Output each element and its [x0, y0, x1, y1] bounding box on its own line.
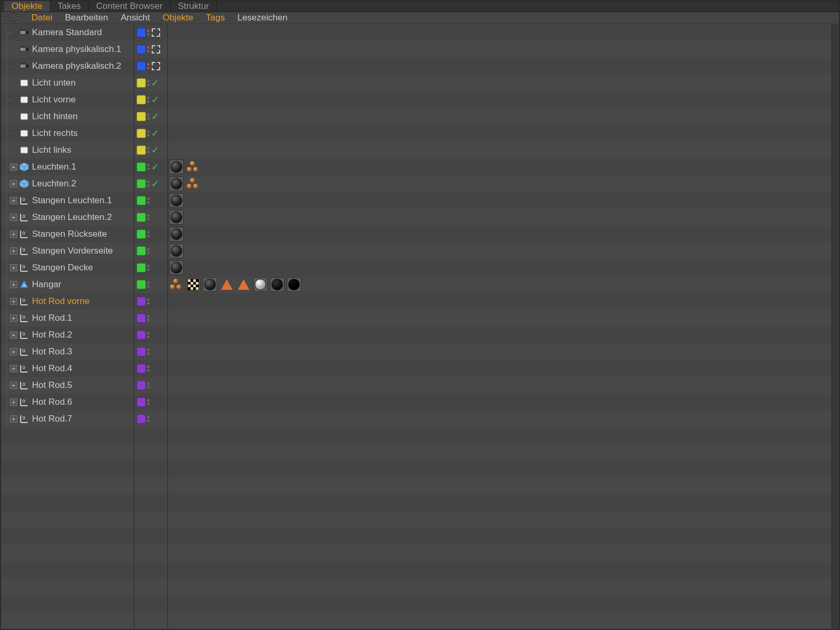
view-mode-icon[interactable] — [7, 13, 18, 23]
visibility-dots[interactable] — [147, 298, 150, 304]
tag-material-icon[interactable] — [169, 244, 184, 258]
layer-color-chip[interactable] — [136, 95, 146, 104]
tag-phong-icon[interactable] — [236, 277, 251, 292]
layer-color-chip[interactable] — [136, 313, 146, 323]
tag-phong-icon[interactable] — [219, 277, 234, 292]
object-label[interactable]: Hangar — [32, 279, 61, 290]
visibility-dots[interactable] — [147, 46, 150, 52]
tag-material-icon[interactable] — [270, 277, 285, 292]
visibility-dots[interactable] — [147, 332, 150, 338]
object-label[interactable]: Hot Rod.5 — [32, 380, 72, 391]
visibility-dots[interactable] — [147, 97, 150, 103]
menu-objekte[interactable]: Objekte — [163, 13, 194, 23]
tree-row[interactable]: Licht links✓ — [1, 142, 832, 159]
tree-row[interactable]: Licht unten✓ — [1, 75, 832, 91]
tab-takes[interactable]: Takes — [50, 1, 89, 12]
menu-datei[interactable]: Datei — [32, 13, 52, 23]
tree-row[interactable]: +0Hot Rod.5 — [1, 377, 832, 394]
tree-row[interactable]: +0Hot Rod.7 — [1, 411, 832, 427]
visibility-dots[interactable] — [147, 399, 150, 405]
visibility-dots[interactable] — [147, 416, 150, 422]
layer-color-chip[interactable] — [136, 213, 146, 222]
layer-color-chip[interactable] — [136, 229, 146, 239]
layer-color-chip[interactable] — [136, 179, 146, 188]
object-label[interactable]: Kamera Standard — [32, 27, 102, 38]
visibility-dots[interactable] — [147, 80, 150, 86]
layer-color-chip[interactable] — [136, 263, 146, 272]
object-label[interactable]: Licht links — [32, 145, 71, 155]
visibility-dots[interactable] — [147, 315, 150, 321]
viewport-target-icon[interactable] — [152, 62, 160, 70]
tree-row[interactable]: +Leuchten.2✓ — [1, 175, 832, 192]
tag-material-icon[interactable] — [287, 277, 301, 292]
menu-ansicht[interactable]: Ansicht — [121, 13, 150, 23]
viewport-target-icon[interactable] — [152, 45, 160, 54]
tab-content-browser[interactable]: Content Browser — [89, 1, 171, 12]
tree-row[interactable]: +0Hot Rod.6 — [1, 394, 832, 411]
tree-row[interactable]: Licht rechts✓ — [1, 125, 832, 142]
tag-particle-icon[interactable] — [169, 277, 184, 292]
tree-row[interactable]: +0Hot Rod.1 — [1, 310, 832, 327]
object-label[interactable]: Stangen Decke — [32, 262, 93, 273]
render-check-icon[interactable]: ✓ — [151, 178, 159, 190]
viewport-target-icon[interactable] — [152, 28, 160, 37]
tag-material-icon[interactable] — [203, 277, 217, 292]
object-tree[interactable]: Kamera StandardKamera physikalisch.1Kame… — [1, 24, 832, 629]
layer-color-chip[interactable] — [136, 45, 146, 54]
object-label[interactable]: Licht vorne — [32, 94, 76, 105]
render-check-icon[interactable]: ✓ — [151, 111, 159, 122]
tree-row[interactable]: +Hangar — [1, 276, 832, 293]
menu-lesezeichen[interactable]: Lesezeichen — [237, 13, 287, 23]
visibility-dots[interactable] — [147, 147, 150, 153]
layer-color-chip[interactable] — [136, 162, 146, 172]
tree-row[interactable]: +0Stangen Rückseite — [1, 226, 832, 243]
render-check-icon[interactable]: ✓ — [151, 161, 159, 173]
menu-bearbeiten[interactable]: Bearbeiten — [65, 13, 108, 23]
visibility-dots[interactable] — [147, 248, 150, 254]
layer-color-chip[interactable] — [136, 112, 146, 121]
visibility-dots[interactable] — [147, 63, 150, 69]
layer-color-chip[interactable] — [136, 330, 146, 340]
object-label[interactable]: Licht unten — [32, 78, 76, 88]
object-label[interactable]: Hot Rod vorne — [32, 296, 90, 307]
object-label[interactable]: Hot Rod.2 — [32, 330, 72, 340]
object-label[interactable]: Hot Rod.6 — [32, 397, 72, 407]
object-label[interactable]: Kamera physikalisch.1 — [32, 44, 121, 55]
tree-row[interactable]: +0Hot Rod vorne — [1, 293, 832, 310]
vertical-scrollbar[interactable] — [832, 24, 839, 629]
visibility-dots[interactable] — [147, 231, 150, 237]
object-label[interactable]: Stangen Rückseite — [32, 229, 107, 239]
layer-color-chip[interactable] — [136, 414, 146, 424]
object-label[interactable]: Stangen Leuchten.2 — [32, 212, 112, 223]
object-label[interactable]: Leuchten.1 — [32, 162, 76, 172]
tab-objekte[interactable]: Objekte — [4, 1, 50, 12]
tree-row[interactable]: Licht hinten✓ — [1, 108, 832, 125]
tree-row[interactable]: +0Hot Rod.3 — [1, 343, 832, 360]
visibility-dots[interactable] — [147, 113, 150, 120]
render-check-icon[interactable]: ✓ — [151, 144, 159, 156]
tree-row[interactable]: +0Stangen Leuchten.2 — [1, 209, 832, 226]
menu-tags[interactable]: Tags — [206, 13, 225, 23]
object-label[interactable]: Hot Rod.7 — [32, 414, 72, 424]
object-label[interactable]: Licht hinten — [32, 111, 78, 122]
visibility-dots[interactable] — [147, 197, 150, 204]
visibility-dots[interactable] — [147, 130, 150, 136]
layer-color-chip[interactable] — [136, 297, 146, 306]
tree-row[interactable]: Kamera physikalisch.2 — [1, 58, 832, 75]
layer-color-chip[interactable] — [136, 145, 146, 155]
visibility-dots[interactable] — [147, 164, 150, 170]
visibility-dots[interactable] — [147, 349, 150, 355]
layer-color-chip[interactable] — [136, 28, 146, 37]
tag-material-icon[interactable] — [169, 227, 184, 242]
tab-struktur[interactable]: Struktur — [171, 1, 217, 12]
tree-row[interactable]: Licht vorne✓ — [1, 91, 832, 108]
object-label[interactable]: Stangen Leuchten.1 — [32, 195, 112, 206]
tree-row[interactable]: +0Stangen Vorderseite — [1, 243, 832, 259]
object-label[interactable]: Kamera physikalisch.2 — [32, 61, 121, 71]
render-check-icon[interactable]: ✓ — [151, 77, 159, 89]
tree-row[interactable]: Kamera Standard — [1, 24, 832, 41]
visibility-dots[interactable] — [147, 214, 150, 220]
layer-color-chip[interactable] — [136, 61, 146, 71]
tag-particle-icon[interactable] — [186, 160, 201, 174]
tag-particle-icon[interactable] — [186, 176, 201, 191]
